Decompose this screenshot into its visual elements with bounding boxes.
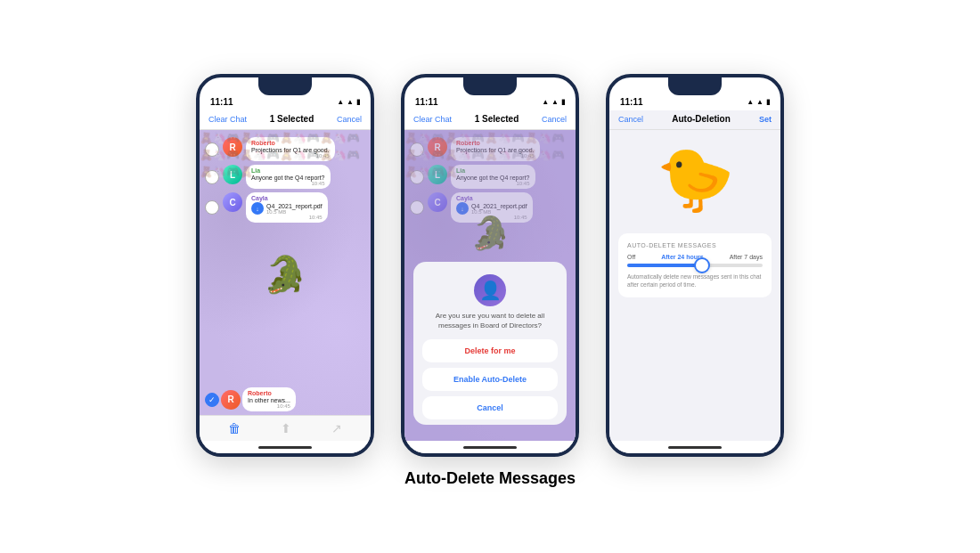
phone-1: 11:11 ▲ ▲ ▮ Clear Chat 1 Selected Cancel… bbox=[196, 74, 374, 457]
slider-fill bbox=[627, 264, 702, 267]
modal-message: Are you sure you want to delete all mess… bbox=[422, 312, 558, 330]
status-bar-1: 11:11 ▲ ▲ ▮ bbox=[200, 77, 371, 110]
time-2: 11:11 bbox=[415, 97, 438, 107]
status-bar-3: 11:11 ▲ ▲ ▮ bbox=[609, 77, 780, 110]
duck-area: 🐤 bbox=[609, 130, 780, 228]
selected-count-2: 1 Selected bbox=[475, 114, 519, 124]
battery-icon: ▮ bbox=[561, 98, 565, 106]
chat-scroll-1: 🧸🦄🎮🧸🦄🎮🧸🦄🎮🧸🦄🎮🧸🦄🎮🧸🦄🎮🧸🦄🎮🧸🦄🎮🧸🦄🎮🧸 R Roberto P… bbox=[200, 130, 371, 415]
slider-label: AUTO-DELETE MESSAGES bbox=[627, 242, 763, 248]
phone-3: 11:11 ▲ ▲ ▮ Cancel Auto-Deletion Set 🐤 A… bbox=[606, 74, 784, 457]
sender-name: Roberto bbox=[248, 390, 290, 396]
wifi-icon: ▲ bbox=[551, 98, 559, 106]
screen-title-3: Auto-Deletion bbox=[672, 114, 731, 124]
last-message-bubble: Roberto In other news... 10:45 bbox=[242, 387, 296, 411]
message-text: In other news... bbox=[248, 397, 290, 403]
battery-icon: ▮ bbox=[766, 98, 770, 106]
slider-thumb[interactable] bbox=[694, 257, 710, 273]
home-bar bbox=[463, 446, 517, 449]
slider-track[interactable] bbox=[627, 264, 763, 267]
battery-icon: ▮ bbox=[356, 98, 360, 106]
enable-auto-delete-btn[interactable]: Enable Auto-Delete bbox=[422, 368, 558, 391]
signal-icon: ▲ bbox=[747, 98, 754, 106]
auto-del-top-bar: Cancel Auto-Deletion Set bbox=[609, 110, 780, 130]
page-caption: Auto-Delete Messages bbox=[404, 469, 576, 488]
option-7d: After 7 days bbox=[730, 254, 763, 260]
bottom-toolbar-1: 🗑 ⬆ ↗ bbox=[200, 415, 371, 441]
home-indicator-3 bbox=[609, 441, 780, 453]
set-btn[interactable]: Set bbox=[759, 115, 772, 124]
time-3: 11:11 bbox=[620, 97, 643, 107]
slider-container: AUTO-DELETE MESSAGES Off After 24 hours … bbox=[618, 233, 772, 297]
last-message-area: ✓ R Roberto In other news... 10:45 bbox=[200, 384, 371, 415]
sticker-area: 🐊 bbox=[200, 230, 371, 319]
selected-count-1: 1 Selected bbox=[270, 114, 314, 124]
home-indicator-2 bbox=[404, 441, 576, 453]
phones-row: 11:11 ▲ ▲ ▮ Clear Chat 1 Selected Cancel… bbox=[196, 74, 784, 457]
option-off: Off bbox=[627, 254, 635, 260]
top-bar-2: Clear Chat 1 Selected Cancel bbox=[404, 110, 576, 130]
home-bar bbox=[668, 446, 722, 449]
modal-avatar: 👤 bbox=[422, 274, 558, 306]
delete-icon[interactable]: 🗑 bbox=[228, 421, 241, 435]
status-icons-2: ▲ ▲ ▮ bbox=[542, 98, 565, 106]
modal-avatar-emoji: 👤 bbox=[479, 280, 502, 301]
clear-chat-btn-1[interactable]: Clear Chat bbox=[208, 115, 247, 124]
signal-icon: ▲ bbox=[337, 98, 344, 106]
modal-avatar-circle: 👤 bbox=[474, 274, 506, 306]
share-icon[interactable]: ⬆ bbox=[281, 421, 291, 435]
slider-description: Automatically delete new messages sent i… bbox=[627, 272, 763, 289]
chat-scroll-2: 🧸🦄🎮🧸🦄🎮🧸🦄🎮🧸🦄🎮🧸🦄🎮🧸🦄🎮🧸🦄🎮🧸🦄🎮🧸🦄🎮🧸 R Roberto P… bbox=[404, 130, 576, 441]
select-circle-checked[interactable]: ✓ bbox=[205, 393, 219, 407]
cancel-btn-3[interactable]: Cancel bbox=[618, 115, 643, 124]
message-time: 10:45 bbox=[248, 403, 290, 409]
wifi-icon: ▲ bbox=[756, 98, 764, 106]
status-icons-3: ▲ ▲ ▮ bbox=[747, 98, 770, 106]
home-indicator-1 bbox=[200, 441, 371, 453]
modal-sheet: 👤 Are you sure you want to delete all me… bbox=[413, 262, 567, 425]
delete-for-me-btn[interactable]: Delete for me bbox=[422, 339, 558, 362]
avatar: R bbox=[221, 390, 241, 410]
green-character-sticker: 🐊 bbox=[263, 254, 307, 296]
auto-del-screen: 🐤 AUTO-DELETE MESSAGES Off After 24 hour… bbox=[609, 130, 780, 441]
home-bar bbox=[258, 446, 312, 449]
wifi-icon: ▲ bbox=[347, 98, 354, 106]
cancel-btn-2[interactable]: Cancel bbox=[542, 115, 567, 124]
duck-sticker: 🐤 bbox=[657, 142, 734, 216]
time-1: 11:11 bbox=[210, 97, 233, 107]
status-icons-1: ▲ ▲ ▮ bbox=[337, 98, 360, 106]
clear-chat-btn-2[interactable]: Clear Chat bbox=[413, 115, 452, 124]
cancel-btn-1[interactable]: Cancel bbox=[337, 115, 362, 124]
forward-icon[interactable]: ↗ bbox=[331, 421, 342, 435]
signal-icon: ▲ bbox=[542, 98, 549, 106]
modal-cancel-btn[interactable]: Cancel bbox=[422, 396, 558, 419]
top-bar-1: Clear Chat 1 Selected Cancel bbox=[200, 110, 371, 130]
phone-2: 11:11 ▲ ▲ ▮ Clear Chat 1 Selected Cancel… bbox=[401, 74, 579, 457]
status-bar-2: 11:11 ▲ ▲ ▮ bbox=[404, 77, 576, 110]
